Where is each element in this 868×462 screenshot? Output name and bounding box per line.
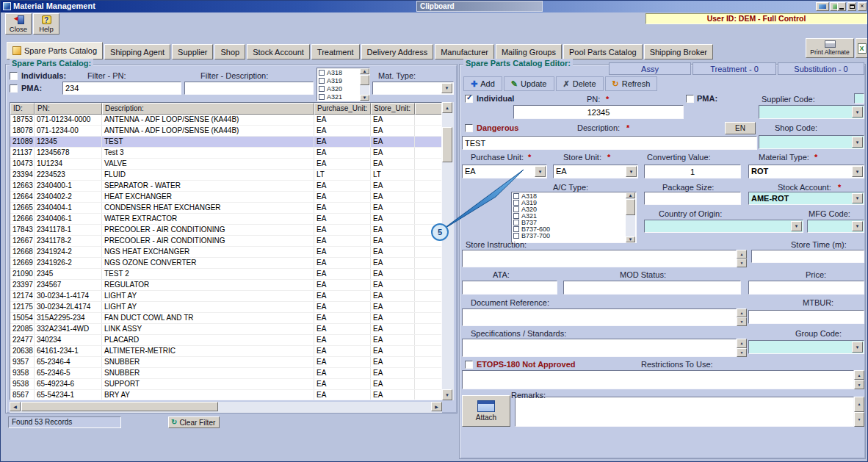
minimize-button[interactable]	[837, 2, 846, 11]
table-row[interactable]: 210902345TEST 2EAEA	[10, 269, 441, 280]
dropdown-arrow-icon[interactable]: ▼	[852, 166, 863, 177]
checkbox-icon[interactable]	[319, 78, 325, 84]
filter-ac-item-a320[interactable]: A320	[317, 84, 359, 93]
scroll-left-button[interactable]: ◀	[10, 402, 21, 411]
tab-pool-parts-catalog[interactable]: Pool Parts Catalog	[563, 44, 643, 59]
table-row[interactable]: 856765-54234-1BRY AYEAEA	[10, 390, 441, 400]
column-header-store-unit[interactable]: Store_Unit:	[371, 103, 415, 115]
dropdown-arrow-icon[interactable]: ▼	[535, 166, 546, 177]
editor-add-button[interactable]: ✚Add	[463, 76, 502, 91]
tab-mailing-groups[interactable]: Mailing Groups	[496, 44, 562, 59]
table-row[interactable]: 104731U1234VALVEEAEA	[10, 159, 441, 170]
editor-delete-button[interactable]: ✗Delete	[556, 76, 604, 91]
dropdown-arrow-icon[interactable]: ▼	[852, 107, 863, 118]
editor-ac-type-list[interactable]: A318A319A320A321B737B737-600B737-700	[511, 192, 637, 243]
ata-input[interactable]	[462, 281, 557, 295]
dropdown-arrow-icon[interactable]: ▼	[852, 137, 863, 148]
individuals-checkbox[interactable]	[10, 72, 18, 80]
checkbox-icon[interactable]	[319, 70, 325, 76]
window-titlebar[interactable]: Material Management Clipboard ×	[1, 1, 868, 12]
table-row[interactable]: 22477340234PLACARDEAEA	[10, 335, 441, 346]
checkbox-icon[interactable]	[513, 220, 519, 225]
table-row[interactable]: 126642340402-2HEAT EXCHANGEREAEA	[10, 192, 441, 203]
dropdown-arrow-icon[interactable]: ▼	[441, 83, 452, 93]
spin-up-icon[interactable]: ▲	[854, 397, 864, 412]
scroll-down-button[interactable]: ▼	[626, 237, 635, 242]
editor-update-button[interactable]: ✎Update	[504, 76, 554, 91]
scroll-up-button[interactable]: ▲	[626, 192, 635, 198]
editor-tab-assy[interactable]: Assy	[609, 62, 691, 75]
table-row[interactable]: 2108912345TESTEAEA	[10, 137, 441, 148]
vscroll-thumb[interactable]	[442, 127, 452, 162]
purchase-unit-select[interactable]: EA ▼	[462, 165, 547, 178]
en-language-button[interactable]: EN	[725, 122, 756, 134]
document-reference-spinner[interactable]: ▲ ▼	[737, 308, 747, 326]
tab-treatment[interactable]: Treatment	[311, 44, 360, 59]
checkbox-icon[interactable]	[513, 213, 519, 219]
attach-button[interactable]: Attach	[462, 395, 510, 427]
checkbox-icon[interactable]	[513, 193, 519, 199]
clipboard-window-titlebar[interactable]: Clipboard	[416, 1, 543, 12]
spin-up-icon[interactable]: ▲	[737, 250, 747, 259]
filter-pn-input[interactable]	[62, 82, 181, 95]
table-row[interactable]: 233942234523FLUIDLTLT	[10, 170, 441, 181]
table-vscrollbar[interactable]: ▲ ▼	[442, 102, 454, 400]
dropdown-arrow-icon[interactable]: ▼	[626, 166, 637, 177]
tab-shipping-agent[interactable]: Shipping Agent	[104, 44, 170, 59]
scroll-up-button[interactable]: ▲	[360, 68, 369, 74]
spin-down-icon[interactable]: ▼	[854, 412, 864, 427]
filter-ac-list-scrollbar[interactable]: ▲ ▼	[360, 68, 369, 101]
close-window-button[interactable]: ×	[858, 2, 867, 11]
table-row[interactable]: 1217530-0234-2L4174LIGHT AYEAEA	[10, 302, 441, 313]
specifications-input[interactable]	[462, 339, 737, 357]
tab-shop[interactable]: Shop	[214, 44, 245, 59]
column-header-description[interactable]: Description:	[102, 103, 314, 115]
filter-ac-item-a318[interactable]: A318	[317, 68, 359, 76]
spin-up-icon[interactable]: ▲	[737, 308, 747, 317]
checkbox-icon[interactable]	[513, 233, 519, 239]
spin-down-icon[interactable]: ▼	[854, 380, 864, 389]
checkbox-icon[interactable]	[513, 206, 519, 212]
checkbox-icon[interactable]	[319, 94, 325, 100]
clear-filter-button[interactable]: ↻ Clear Filter	[168, 416, 220, 428]
dropdown-arrow-icon[interactable]: ▼	[791, 221, 802, 231]
checkbox-icon[interactable]	[513, 226, 519, 232]
table-row[interactable]: 15054315A2295-234FAN DUCT COWL AND TREAE…	[10, 313, 441, 324]
table-row[interactable]: 935865-2346-5SNUBBEREAEA	[10, 368, 441, 379]
filter-ac-item-a319[interactable]: A319	[317, 76, 359, 84]
scroll-down-button[interactable]: ▼	[442, 389, 452, 400]
pma-filter-checkbox[interactable]	[10, 84, 18, 93]
scroll-right-button[interactable]: ▶	[431, 402, 442, 411]
mtbur-input[interactable]	[748, 310, 864, 324]
scroll-thumb[interactable]	[360, 75, 369, 85]
document-reference-input[interactable]	[462, 308, 737, 326]
tab-supplier[interactable]: Supplier	[172, 44, 213, 59]
print-alternate-button[interactable]: Print Alternate	[806, 38, 854, 58]
close-button[interactable]: ◄ Close	[5, 13, 32, 35]
individual-checkbox[interactable]: ✓	[465, 95, 473, 103]
hscroll-thumb[interactable]	[21, 402, 218, 411]
dropdown-arrow-icon[interactable]: ▼	[852, 221, 863, 231]
shop-code-select[interactable]: ▼	[759, 135, 864, 149]
table-row[interactable]: 126662340406-1WATER EXTRACTOREAEA	[10, 214, 441, 225]
spin-down-icon[interactable]: ▼	[737, 317, 747, 326]
price-input[interactable]	[748, 281, 864, 295]
restrictions-input[interactable]	[462, 370, 854, 389]
table-row[interactable]: 935765-2346-4SNUBBEREAEA	[10, 357, 441, 368]
help-button[interactable]: ? Help	[33, 13, 59, 35]
dangerous-checkbox[interactable]	[465, 124, 473, 132]
table-row[interactable]: 178432341178-1PRECOOLER - AIR CONDITIONI…	[10, 225, 441, 236]
column-header-filler[interactable]	[415, 103, 442, 115]
scroll-down-button[interactable]: ▼	[360, 95, 369, 101]
table-row[interactable]: 126652340404-1CONDENSER HEAT EXCHANGEREA…	[10, 203, 441, 214]
tab-delivery-address[interactable]: Delivery Address	[361, 44, 434, 59]
editor-tab-treatment-0[interactable]: Treatment - 0	[692, 62, 776, 75]
table-row[interactable]: 2113712345678Test 3EAEA	[10, 148, 441, 159]
restrictions-spinner[interactable]: ▲ ▼	[854, 370, 864, 389]
country-of-origin-select[interactable]: ▼	[644, 220, 803, 233]
table-row[interactable]: 18078071-1234-00ANTENNA - ADF LOOP/SENSE…	[10, 126, 441, 137]
checkbox-icon[interactable]	[513, 200, 519, 206]
group-code-select[interactable]: ▼	[748, 340, 864, 354]
filter-ac-item-a321[interactable]: A321	[317, 93, 359, 101]
store-instruction-input[interactable]	[462, 250, 737, 267]
